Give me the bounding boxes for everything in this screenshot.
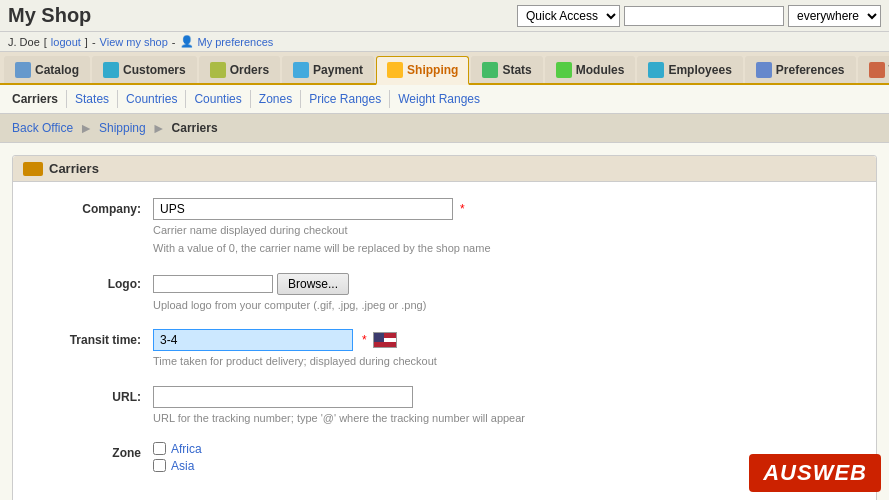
- nav-preferences-label: Preferences: [776, 63, 845, 77]
- transit-required: *: [362, 333, 367, 347]
- subnav-price-ranges[interactable]: Price Ranges: [301, 90, 390, 108]
- modules-icon: [556, 62, 572, 78]
- url-label: URL:: [33, 386, 153, 404]
- logo-file-input[interactable]: [153, 275, 273, 293]
- company-hint2: With a value of 0, the carrier name will…: [153, 241, 856, 256]
- subnav-carriers[interactable]: Carriers: [8, 90, 67, 108]
- separator-dot: -: [92, 36, 96, 48]
- shipping-icon: [387, 62, 403, 78]
- nav-employees[interactable]: Employees: [637, 56, 742, 83]
- transit-label: Transit time:: [33, 329, 153, 347]
- user-separator2: ]: [85, 36, 88, 48]
- nav-orders-label: Orders: [230, 63, 269, 77]
- transit-input[interactable]: [153, 329, 353, 351]
- zone-label: Zone: [33, 442, 153, 460]
- company-control: * Carrier name displayed during checkout…: [153, 198, 856, 257]
- nav-payment-label: Payment: [313, 63, 363, 77]
- nav-orders[interactable]: Orders: [199, 56, 280, 83]
- preferences-icon: [756, 62, 772, 78]
- transit-row: Transit time: * Time taken for product d…: [33, 329, 856, 369]
- payment-icon: [293, 62, 309, 78]
- card-body: Company: * Carrier name displayed during…: [13, 182, 876, 500]
- my-preferences-link[interactable]: My preferences: [198, 36, 274, 48]
- zone-africa-checkbox[interactable]: [153, 442, 166, 455]
- everywhere-select[interactable]: everywhere: [788, 5, 881, 27]
- url-input[interactable]: [153, 386, 413, 408]
- logo-input-wrapper: Browse...: [153, 273, 856, 295]
- breadcrumb-back-office[interactable]: Back Office: [12, 121, 73, 135]
- subnav-countries[interactable]: Countries: [118, 90, 186, 108]
- nav-catalog[interactable]: Catalog: [4, 56, 90, 83]
- employees-icon: [648, 62, 664, 78]
- subnav-states[interactable]: States: [67, 90, 118, 108]
- transit-control: * Time taken for product delivery; displ…: [153, 329, 856, 369]
- carriers-card: Carriers Company: * Carrier name display…: [12, 155, 877, 500]
- subnav-counties[interactable]: Counties: [186, 90, 250, 108]
- company-hint1: Carrier name displayed during checkout: [153, 223, 856, 238]
- nav-modules-label: Modules: [576, 63, 625, 77]
- nav-customers[interactable]: Customers: [92, 56, 197, 83]
- zone-asia-checkbox[interactable]: [153, 459, 166, 472]
- user-name: J. Doe: [8, 36, 40, 48]
- user-separator: [: [44, 36, 47, 48]
- nav-tools[interactable]: Tools: [858, 56, 889, 83]
- card-title: Carriers: [49, 161, 99, 176]
- company-input[interactable]: [153, 198, 453, 220]
- sub-nav: Carriers States Countries Counties Zones…: [0, 85, 889, 114]
- top-bar: My Shop Quick Access everywhere: [0, 0, 889, 32]
- zone-africa-label: Africa: [171, 442, 202, 456]
- subnav-zones[interactable]: Zones: [251, 90, 301, 108]
- breadcrumb-shipping[interactable]: Shipping: [99, 121, 146, 135]
- logo-row: Logo: Browse... Upload logo from your co…: [33, 273, 856, 313]
- breadcrumb-sep-1: ►: [79, 120, 93, 136]
- person-icon: 👤: [180, 35, 194, 48]
- company-row: Company: * Carrier name displayed during…: [33, 198, 856, 257]
- transit-hint: Time taken for product delivery; display…: [153, 354, 856, 369]
- stats-icon: [482, 62, 498, 78]
- orders-icon: [210, 62, 226, 78]
- nav-customers-label: Customers: [123, 63, 186, 77]
- quick-access-wrapper: Quick Access everywhere: [517, 5, 881, 27]
- logout-link[interactable]: logout: [51, 36, 81, 48]
- nav-shipping-label: Shipping: [407, 63, 458, 77]
- url-hint: URL for the tracking number; type '@' wh…: [153, 411, 856, 426]
- subnav-weight-ranges[interactable]: Weight Ranges: [390, 90, 488, 108]
- user-bar: J. Doe [ logout ] - View my shop - 👤 My …: [0, 32, 889, 52]
- quick-access-select[interactable]: Quick Access: [517, 5, 620, 27]
- main-content: Carriers Company: * Carrier name display…: [0, 143, 889, 500]
- zone-row: Zone Africa Asia: [33, 442, 856, 473]
- nav-preferences[interactable]: Preferences: [745, 56, 856, 83]
- nav-employees-label: Employees: [668, 63, 731, 77]
- logo-label: Logo:: [33, 273, 153, 291]
- breadcrumb: Back Office ► Shipping ► Carriers: [0, 114, 889, 143]
- us-flag-icon: [373, 332, 397, 348]
- carriers-icon: [23, 162, 43, 176]
- nav-catalog-label: Catalog: [35, 63, 79, 77]
- breadcrumb-carriers: Carriers: [172, 121, 218, 135]
- catalog-icon: [15, 62, 31, 78]
- watermark: AUSWEB: [749, 454, 881, 492]
- nav-stats[interactable]: Stats: [471, 56, 542, 83]
- nav-stats-label: Stats: [502, 63, 531, 77]
- transit-wrapper: *: [153, 329, 856, 351]
- breadcrumb-sep-2: ►: [152, 120, 166, 136]
- card-header: Carriers: [13, 156, 876, 182]
- search-input[interactable]: [624, 6, 784, 26]
- app-title: My Shop: [8, 4, 91, 27]
- company-required: *: [460, 202, 465, 216]
- logo-control: Browse... Upload logo from your computer…: [153, 273, 856, 313]
- nav-payment[interactable]: Payment: [282, 56, 374, 83]
- company-label: Company:: [33, 198, 153, 216]
- url-row: URL: URL for the tracking number; type '…: [33, 386, 856, 426]
- url-control: URL for the tracking number; type '@' wh…: [153, 386, 856, 426]
- browse-button[interactable]: Browse...: [277, 273, 349, 295]
- zone-asia-label: Asia: [171, 459, 194, 473]
- nav-modules[interactable]: Modules: [545, 56, 636, 83]
- view-shop-link[interactable]: View my shop: [100, 36, 168, 48]
- nav-shipping[interactable]: Shipping: [376, 56, 469, 85]
- logo-hint: Upload logo from your computer (.gif, .j…: [153, 298, 856, 313]
- customers-icon: [103, 62, 119, 78]
- separator-dot2: -: [172, 36, 176, 48]
- nav-bar: Catalog Customers Orders Payment Shippin…: [0, 52, 889, 85]
- tools-icon: [869, 62, 885, 78]
